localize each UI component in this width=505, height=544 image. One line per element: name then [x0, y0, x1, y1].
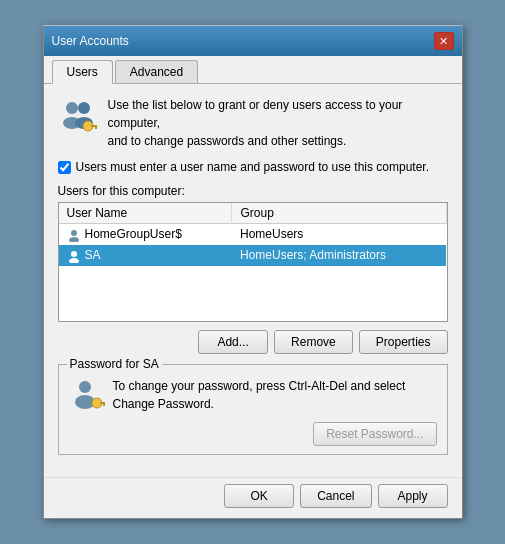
svg-point-7: [71, 230, 77, 236]
svg-point-10: [69, 258, 79, 263]
reset-password-button[interactable]: Reset Password...: [313, 422, 436, 446]
user-group-cell: HomeUsers; Administrators: [232, 245, 446, 266]
password-section-title: Password for SA: [67, 357, 162, 371]
svg-point-11: [79, 381, 91, 393]
window-title: User Accounts: [52, 34, 129, 48]
apply-button[interactable]: Apply: [378, 484, 448, 508]
svg-point-9: [71, 251, 77, 257]
cancel-button[interactable]: Cancel: [300, 484, 371, 508]
password-icon: [69, 377, 105, 416]
title-bar: User Accounts ✕: [44, 26, 462, 56]
users-section-label: Users for this computer:: [58, 184, 448, 198]
svg-rect-15: [103, 404, 105, 406]
user-accounts-window: User Accounts ✕ Users Advanced: [43, 25, 463, 519]
footer-buttons: OK Cancel Apply: [44, 477, 462, 518]
ok-button[interactable]: OK: [224, 484, 294, 508]
password-row: To change your password, press Ctrl-Alt-…: [69, 377, 437, 416]
col-username: User Name: [59, 203, 232, 224]
svg-point-2: [78, 102, 90, 114]
user-row-icon: [67, 227, 85, 241]
info-description: Use the list below to grant or deny user…: [108, 96, 448, 150]
password-required-label: Users must enter a user name and passwor…: [76, 160, 430, 174]
tab-bar: Users Advanced: [44, 56, 462, 84]
user-group-cell: HomeUsers: [232, 224, 446, 245]
properties-button[interactable]: Properties: [359, 330, 448, 354]
password-required-checkbox[interactable]: [58, 161, 71, 174]
tab-users[interactable]: Users: [52, 60, 113, 84]
password-description: To change your password, press Ctrl-Alt-…: [113, 377, 437, 413]
svg-rect-14: [100, 402, 105, 404]
title-bar-controls: ✕: [434, 32, 454, 50]
info-row: Use the list below to grant or deny user…: [58, 96, 448, 150]
table-row[interactable]: SAHomeUsers; Administrators: [59, 245, 447, 266]
col-group: Group: [232, 203, 446, 224]
users-icon: [58, 96, 98, 136]
user-table-container: User Name Group HomeGroupUser$HomeUsers …: [58, 202, 448, 322]
password-section: Password for SA To change your password,…: [58, 364, 448, 455]
reset-btn-row: Reset Password...: [69, 422, 437, 446]
user-table: User Name Group HomeGroupUser$HomeUsers …: [59, 203, 447, 266]
password-required-row: Users must enter a user name and passwor…: [58, 160, 448, 174]
remove-button[interactable]: Remove: [274, 330, 353, 354]
user-row-icon: [67, 248, 85, 262]
table-row[interactable]: HomeGroupUser$HomeUsers: [59, 224, 447, 245]
svg-point-0: [66, 102, 78, 114]
main-content: Use the list below to grant or deny user…: [44, 84, 462, 477]
svg-rect-6: [95, 127, 97, 129]
user-name-cell: SA: [59, 245, 232, 266]
user-name-cell: HomeGroupUser$: [59, 224, 232, 245]
close-button[interactable]: ✕: [434, 32, 454, 50]
svg-point-8: [69, 237, 79, 242]
user-action-buttons: Add... Remove Properties: [58, 330, 448, 354]
add-button[interactable]: Add...: [198, 330, 268, 354]
tab-advanced[interactable]: Advanced: [115, 60, 198, 83]
svg-rect-5: [91, 125, 97, 127]
